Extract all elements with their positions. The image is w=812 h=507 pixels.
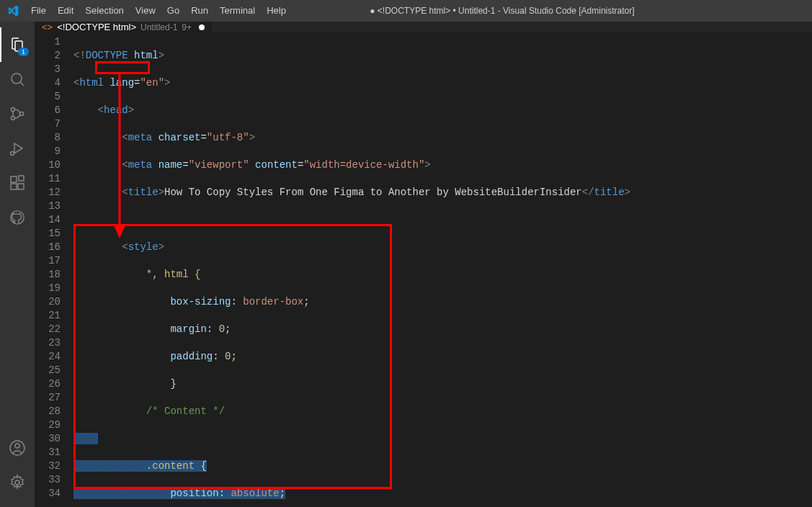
- svg-point-3: [20, 112, 24, 116]
- menu-selection[interactable]: Selection: [79, 0, 129, 22]
- window-title: ● <!DOCTYPE html> • Untitled-1 - Visual …: [292, 6, 713, 16]
- svg-point-2: [12, 117, 15, 120]
- html-file-icon: <>: [42, 22, 53, 32]
- activity-explorer[interactable]: 1: [0, 27, 35, 62]
- svg-point-1: [12, 108, 15, 112]
- svg-rect-5: [11, 176, 17, 182]
- menu-edit[interactable]: Edit: [52, 0, 79, 22]
- menu-bar: File Edit Selection View Go Run Terminal…: [25, 0, 292, 22]
- dirty-indicator-icon: [199, 24, 205, 30]
- menu-run[interactable]: Run: [185, 0, 214, 22]
- svg-rect-7: [18, 184, 24, 189]
- annotation-head-box: [95, 61, 150, 74]
- activity-scm[interactable]: [0, 97, 35, 131]
- svg-point-12: [15, 480, 19, 485]
- svg-point-11: [15, 444, 19, 448]
- menu-file[interactable]: File: [25, 0, 52, 22]
- editor-area: <> <!DOCTYPE html> Untitled-1 9+ 1234567…: [35, 22, 812, 507]
- tab-filename: <!DOCTYPE html>: [57, 22, 136, 32]
- code-editor[interactable]: 1234567891011121314151617181920212223242…: [35, 32, 812, 507]
- tab-untitled-1[interactable]: <> <!DOCTYPE html> Untitled-1 9+: [35, 22, 212, 32]
- tab-description: Untitled-1: [140, 22, 177, 32]
- menu-go[interactable]: Go: [161, 0, 185, 22]
- svg-point-9: [11, 211, 24, 224]
- svg-rect-6: [11, 184, 17, 189]
- menu-help[interactable]: Help: [261, 0, 292, 22]
- svg-marker-14: [114, 225, 125, 238]
- svg-rect-8: [19, 176, 24, 181]
- annotation-selection-box: [73, 224, 392, 489]
- activity-account[interactable]: [0, 431, 35, 465]
- menu-terminal[interactable]: Terminal: [214, 0, 261, 22]
- activity-extensions[interactable]: [0, 166, 35, 200]
- activity-bar: 1: [0, 22, 35, 507]
- svg-point-4: [11, 152, 14, 156]
- activity-github[interactable]: [0, 200, 35, 235]
- explorer-badge: 1: [18, 48, 29, 56]
- vscode-logo-icon: [0, 5, 25, 17]
- tab-mod-count: 9+: [182, 22, 192, 32]
- activity-search[interactable]: [0, 62, 35, 97]
- title-bar: File Edit Selection View Go Run Terminal…: [0, 0, 812, 22]
- annotation-arrow-icon: [114, 74, 125, 240]
- line-gutter: 1234567891011121314151617181920212223242…: [35, 32, 73, 507]
- svg-point-0: [12, 73, 22, 84]
- menu-view[interactable]: View: [130, 0, 161, 22]
- activity-settings[interactable]: [0, 465, 35, 500]
- tab-bar: <> <!DOCTYPE html> Untitled-1 9+: [35, 22, 812, 32]
- activity-debug[interactable]: [0, 131, 35, 166]
